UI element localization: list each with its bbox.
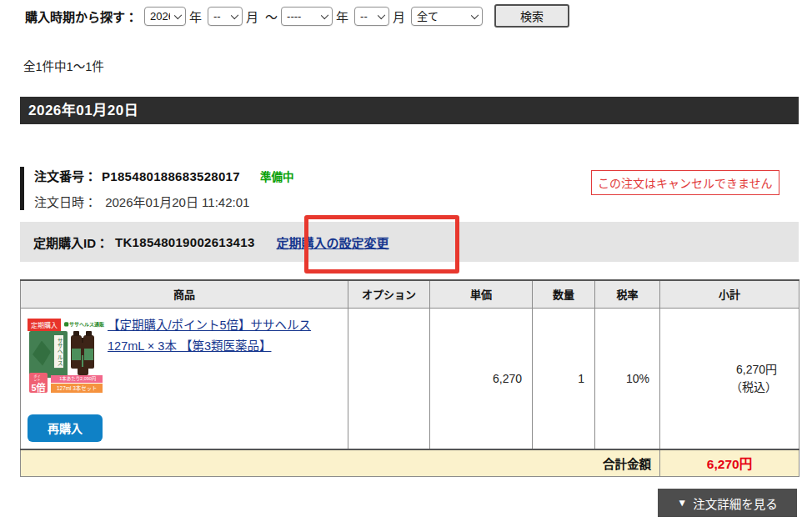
month-to-select[interactable]: --	[354, 7, 389, 26]
order-history-page: 購入時期から探す： 2026 年 -- 月 ～ ---- 年 --	[0, 0, 807, 532]
subtotal-tax-note: （税込）	[660, 379, 777, 396]
order-detail-button[interactable]: ▼ 注文詳細を見る	[658, 489, 797, 517]
month-suffix: 月	[393, 8, 405, 25]
order-date: 2026年01月20日 11:42:01	[105, 195, 249, 209]
subscription-badge: 定期購入	[28, 319, 61, 331]
product-thumbnail: 定期購入 ササヘルス通販 ササヘルス ポイント 5倍	[28, 319, 104, 395]
subtotal-amount: 6,270円	[660, 361, 777, 379]
status-filter-select[interactable]: 全て	[411, 7, 483, 26]
month-from-select[interactable]: --	[208, 7, 243, 26]
order-date-label: 注文日時：	[34, 195, 97, 209]
product-name-link[interactable]: 【定期購入/ポイント5倍】ササヘルス 127mL × 3本 【第3類医薬品】	[108, 315, 339, 358]
cancel-notice: この注文はキャンセルできません	[591, 170, 779, 195]
year-to-select[interactable]: ----	[281, 7, 333, 26]
subscription-id-label: 定期購入ID：	[33, 233, 108, 251]
quantity-cell: 1	[533, 308, 595, 449]
subscription-id: TK18548019002613413	[115, 235, 255, 249]
subscription-settings-link[interactable]: 定期購入の設定変更	[277, 233, 389, 251]
month-suffix: 月	[246, 8, 258, 25]
order-info-block: 注文番号： P185480188683528017 準備中 注文日時： 2026…	[20, 167, 587, 210]
point-badge: ポイント 5倍	[29, 373, 48, 393]
rebuy-button[interactable]: 再購入	[28, 414, 103, 442]
order-number-label: 注文番号：	[34, 167, 97, 184]
col-header-quantity: 数量	[533, 280, 595, 308]
subtotal-cell: 6,270円 （税込）	[660, 308, 799, 449]
total-row: 合計金額 6,270円	[21, 449, 799, 477]
search-bar-label: 購入時期から探す：	[25, 8, 138, 25]
col-header-tax-rate: 税率	[595, 280, 660, 308]
total-value: 6,270円	[660, 449, 799, 477]
triangle-down-icon: ▼	[677, 498, 687, 508]
order-number: P185480188683528017	[102, 169, 240, 183]
search-button[interactable]: 検索	[494, 4, 569, 28]
col-header-subtotal: 小計	[660, 280, 799, 308]
order-date-header: 2026年01月20日	[20, 97, 799, 124]
tax-rate-cell: 10%	[595, 308, 660, 449]
col-header-product: 商品	[21, 280, 348, 308]
table-header-row: 商品 オプション 単価 数量 税率 小計	[21, 280, 799, 308]
result-count: 全1件中1〜1件	[23, 57, 104, 74]
subscription-id-bar: 定期購入ID： TK18548019002613413 定期購入の設定変更	[20, 222, 799, 262]
shop-logo-icon	[64, 322, 68, 326]
col-header-unit-price: 単価	[430, 280, 533, 308]
price-per-bottle-badge: 1本あたり2,090円	[51, 375, 103, 383]
range-separator: ～	[265, 8, 278, 25]
order-status-badge: 準備中	[260, 168, 294, 184]
year-suffix: 年	[189, 8, 202, 25]
shop-logo: ササヘルス通販	[64, 320, 104, 327]
purchase-period-search-bar: 購入時期から探す： 2026 年 -- 月 ～ ---- 年 --	[25, 3, 569, 28]
set-size-badge: 127ml 3本セット	[51, 384, 103, 393]
col-header-option: オプション	[348, 280, 430, 308]
unit-price-cell: 6,270	[430, 308, 533, 449]
bottle-image	[83, 335, 94, 369]
bamboo-leaf-icon	[33, 341, 51, 366]
order-items-table: 商品 オプション 単価 数量 税率 小計 定期購入 ササヘルス通販	[20, 279, 799, 477]
table-row: 定期購入 ササヘルス通販 ササヘルス ポイント 5倍	[21, 308, 799, 449]
bottle-image	[71, 335, 82, 369]
order-detail-button-label: 注文詳細を見る	[693, 494, 778, 512]
product-box-image: ササヘルス	[29, 331, 68, 378]
year-suffix: 年	[336, 8, 348, 25]
option-cell	[348, 308, 430, 449]
year-from-select[interactable]: 2026	[144, 7, 186, 26]
total-label: 合計金額	[21, 449, 660, 477]
